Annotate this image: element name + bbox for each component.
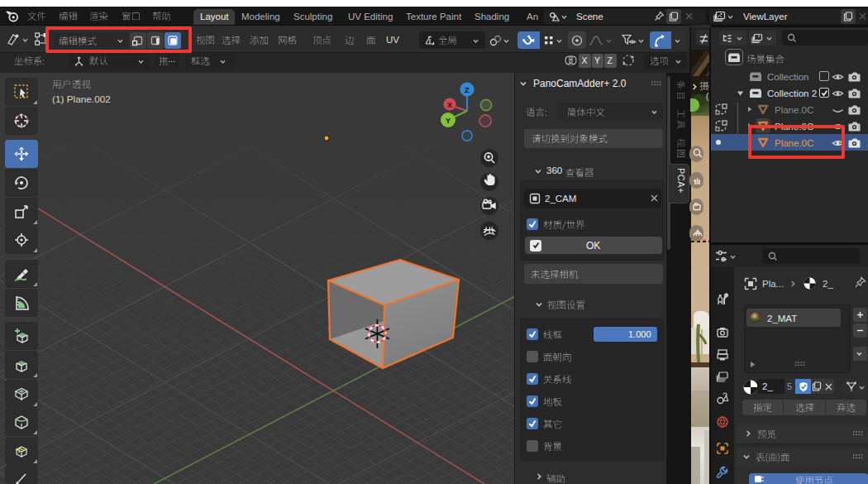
svg-text:Z: Z: [465, 85, 470, 94]
svg-text:Y: Y: [446, 117, 451, 125]
svg-text:X: X: [447, 101, 452, 109]
